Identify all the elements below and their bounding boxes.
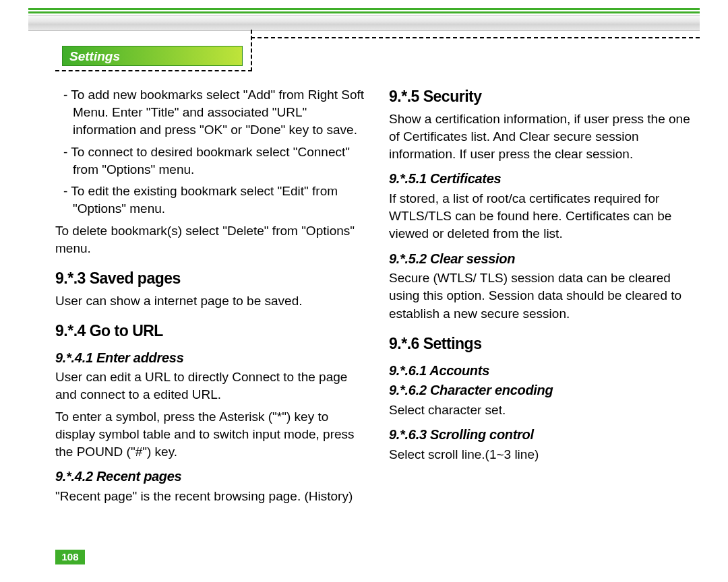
heading-recent-pages: 9.*.4.2 Recent pages [55,467,366,486]
enter-address-body-1: User can edit a URL to directly Connect … [55,368,366,403]
heading-scrolling-control: 9.*.6.3 Scrolling control [389,426,700,445]
manual-page: Settings - To add new bookmarks select "… [0,0,728,582]
enter-address-body-2: To enter a symbol, press the Asterisk ("… [55,408,366,461]
clear-session-body: Secure (WTLS/ TLS) session data can be c… [389,269,700,323]
top-dashed-line [251,37,700,38]
content-columns: - To add new bookmarks select "Add" from… [55,86,700,539]
bookmark-edit-note: - To edit the existing bookmark select "… [55,183,366,218]
heading-character-encoding: 9.*.6.2 Character encoding [389,381,700,400]
bookmark-delete-note: To delete bookmark(s) select "Delete" fr… [55,222,366,257]
heading-security: 9.*.5 Security [389,86,700,108]
heading-clear-session: 9.*.5.2 Clear session [389,250,700,269]
character-encoding-body: Select character set. [389,401,700,419]
heading-accounts: 9.*.6.1 Accounts [389,362,700,381]
page-number: 108 [55,550,85,564]
section-tab: Settings [62,46,243,66]
certificates-body: If stored, a list of root/ca certificate… [389,190,700,243]
heading-saved-pages: 9.*.3 Saved pages [55,268,366,290]
scrolling-control-body: Select scroll line.(1~3 line) [389,446,700,463]
bookmark-add-note: - To add new bookmarks select "Add" from… [55,86,366,139]
saved-pages-body: User can show a internet page to be save… [55,292,366,310]
heading-settings: 9.*.6 Settings [389,333,700,355]
bookmark-connect-note: - To connect to desired bookmark select … [55,143,366,179]
security-body: Show a certification information, if use… [389,110,700,164]
heading-go-to-url: 9.*.4 Go to URL [55,321,366,342]
right-column: 9.*.5 Security Show a certification info… [389,86,700,539]
left-column: - To add new bookmarks select "Add" from… [55,86,366,539]
recent-pages-body: "Recent page" is the recent browsing pag… [55,488,366,505]
top-accent-bars [28,8,700,13]
heading-enter-address: 9.*.4.1 Enter address [55,349,366,368]
heading-certificates: 9.*.5.1 Certificates [389,170,700,189]
metal-strip [28,15,700,31]
